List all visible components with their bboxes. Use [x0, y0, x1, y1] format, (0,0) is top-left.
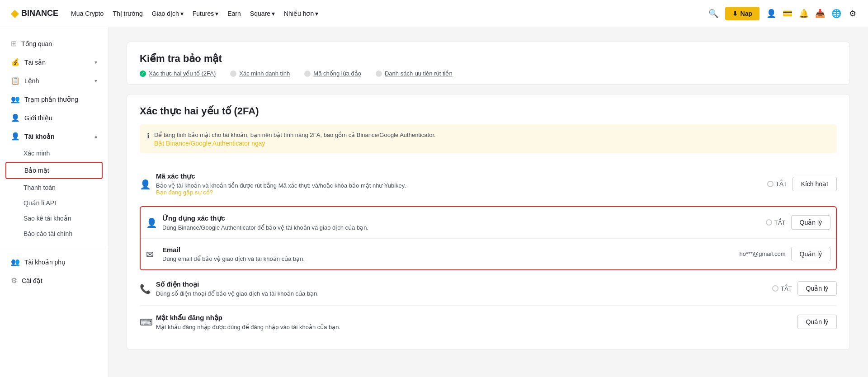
download-icon[interactable]: 📥 [816, 9, 825, 18]
twofa-section: Xác thực hai yếu tố (2FA) ℹ Để tăng tính… [127, 94, 849, 349]
matkhau-content: Mật khẩu đăng nhập Mật khẩu đăng nhập đư… [156, 314, 797, 330]
ma-xac-thuc-title: Mã xác thực [156, 172, 767, 180]
sidebar-item-tong-quan[interactable]: ⊞ Tổng quan [0, 34, 108, 53]
sub-account-icon: 👥 [11, 258, 20, 266]
ung-dung-icon: 👤 [146, 217, 157, 228]
auth-row-matkhau: ⌨ Mật khẩu đăng nhập Mật khẩu đăng nhập … [140, 306, 837, 339]
sidebar-sub-bao-cao[interactable]: Báo cáo tài chính [0, 226, 108, 241]
ung-dung-status: TẮT Quản lý [766, 215, 830, 230]
sdt-status-label: TẮT [772, 285, 792, 292]
security-check-tabs: ✓ Xác thực hai yếu tố (2FA) Xác minh dan… [127, 70, 849, 85]
sidebar-item-tai-khoan[interactable]: 👤 Tài khoản [0, 127, 108, 146]
ma-xac-thuc-link[interactable]: Bạn đang gặp sự cố? [156, 189, 213, 196]
auth-row-email: ✉ Email Dùng email để bảo vệ giao dịch v… [141, 238, 836, 269]
user-icon[interactable]: 👤 [767, 9, 776, 18]
sidebar-item-lenh[interactable]: 📋 Lệnh [0, 71, 108, 90]
twofa-title: Xác thực hai yếu tố (2FA) [140, 105, 837, 117]
lenh-chevron-icon [94, 78, 97, 84]
rewards-icon: 👥 [11, 95, 20, 104]
sidebar-sub-bao-mat-box: Bảo mật [5, 162, 103, 179]
nap-button[interactable]: ⬇ Nap [725, 7, 760, 20]
layout: ⊞ Tổng quan 💰 Tài sản 📋 Lệnh 👥 Trạm phần… [0, 27, 868, 377]
ma-xac-thuc-icon: 👤 [140, 179, 151, 190]
sidebar-sub-thanh-toan[interactable]: Thanh toán [0, 180, 108, 195]
wallet-icon[interactable]: 💳 [783, 9, 792, 18]
info-banner: ℹ Để tăng tính bảo mật cho tài khoản, bạ… [140, 124, 837, 153]
matkhau-manage-btn[interactable]: Quản lý [797, 315, 837, 329]
sidebar-item-tai-san[interactable]: 💰 Tài sản [0, 53, 108, 71]
topnav: ◆ BINANCE Mua Crypto Thị trường Giao dịc… [0, 0, 868, 27]
sdt-icon-wrap: 📞 [140, 283, 156, 294]
globe-icon[interactable]: 🌐 [832, 9, 841, 18]
main-content: Kiểm tra bảo mật ✓ Xác thực hai yếu tố (… [108, 27, 868, 377]
nav-earn[interactable]: Earn [227, 10, 241, 17]
keyboard-icon: ⌨ [140, 317, 153, 328]
sidebar-item-gioi-thieu[interactable]: 👤 Giới thiệu [0, 108, 108, 127]
assets-icon: 💰 [11, 58, 20, 66]
email-manage-btn[interactable]: Quản lý [791, 247, 830, 261]
orders-icon: 📋 [11, 76, 20, 85]
sidebar-item-cai-dat[interactable]: ⚙ Cài đặt [0, 271, 108, 290]
sidebar-sub-quan-li-api[interactable]: Quản lí API [0, 195, 108, 211]
settings-icon[interactable]: ⚙ [848, 9, 857, 18]
ung-dung-manage-btn[interactable]: Quản lý [791, 215, 830, 230]
nav-futures[interactable]: Futures [193, 10, 218, 17]
tab-2fa-dot: ✓ [140, 71, 146, 77]
nav-mua-crypto[interactable]: Mua Crypto [71, 10, 104, 17]
sidebar-sub-xac-minh[interactable]: Xác minh [0, 146, 108, 161]
ma-xac-thuc-activate-btn[interactable]: Kích hoạt [793, 177, 837, 191]
tab-danh-sach-dot [376, 71, 382, 77]
matkhau-title: Mật khẩu đăng nhập [156, 314, 797, 322]
ma-xac-thuc-desc: Bảo vệ tài khoản và khoản tiền được rút … [156, 182, 767, 196]
logo[interactable]: ◆ BINANCE [11, 8, 58, 19]
nav-giao-dich[interactable]: Giao dịch [152, 10, 184, 17]
email-icon-wrap: ✉ [146, 248, 162, 260]
referral-icon: 👤 [11, 113, 20, 122]
sidebar-item-tai-khoan-phu[interactable]: 👥 Tài khoản phụ [0, 253, 108, 271]
ma-xac-thuc-content: Mã xác thực Bảo vệ tài khoản và khoản ti… [156, 172, 767, 196]
search-icon[interactable]: 🔍 [709, 9, 718, 18]
logo-text: BINANCE [21, 9, 58, 18]
auth-row-sdt: 📞 Số điện thoại Dùng số điện thoại để bả… [140, 272, 837, 306]
sdt-content: Số điện thoại Dùng số điện thoại để bảo … [156, 280, 772, 297]
security-check-card: Kiểm tra bảo mật ✓ Xác thực hai yếu tố (… [127, 42, 850, 85]
ma-xac-thuc-icon-wrap: 👤 [140, 178, 156, 190]
matkhau-status: Quản lý [797, 315, 837, 329]
nap-icon: ⬇ [732, 10, 738, 17]
sdt-desc: Dùng số điện thoại để bảo vệ giao dịch v… [156, 290, 772, 297]
nav-links: Mua Crypto Thị trường Giao dịch Futures … [71, 10, 696, 17]
matkhau-desc: Mật khẩu đăng nhập được dùng để đăng nhậ… [156, 324, 797, 330]
sidebar-item-tram-phan-thuong[interactable]: 👥 Trạm phần thưởng [0, 90, 108, 108]
tab-danh-sach[interactable]: Danh sách ưu tiên rút tiền [376, 70, 467, 77]
ma-xac-thuc-status: TẮT Kích hoạt [767, 177, 837, 191]
nav-thi-truong[interactable]: Thị trường [113, 10, 142, 17]
settings-sidebar-icon: ⚙ [11, 276, 17, 285]
auth-row-ung-dung: 👤 Ứng dụng xác thực Dùng Binance/Google … [141, 207, 836, 238]
banner-content: Để tăng tính bảo mật cho tài khoản, bạn … [154, 131, 436, 147]
email-status: ho***@gmail.com Quản lý [739, 247, 830, 261]
security-check-title: Kiểm tra bảo mật [127, 42, 849, 70]
info-icon: ℹ [147, 132, 150, 140]
banner-link[interactable]: Bật Binance/Google Authenticator ngay [154, 140, 265, 147]
ung-dung-content: Ứng dụng xác thực Dùng Binance/Google Au… [162, 214, 766, 231]
phone-icon: 📞 [140, 283, 151, 294]
email-content: Email Dùng email để bảo vệ giao dịch và … [162, 246, 739, 262]
nav-nhieu-hon[interactable]: Nhiều hơn [284, 10, 318, 17]
tai-khoan-chevron-icon [94, 133, 97, 140]
account-icon: 👤 [11, 132, 20, 141]
tab-ma-chong-lua[interactable]: Mã chống lừa đảo [304, 70, 376, 77]
tai-san-chevron-icon [94, 59, 97, 66]
sdt-circle-icon [772, 285, 778, 292]
nav-square[interactable]: Square [250, 10, 275, 17]
tab-2fa[interactable]: ✓ Xác thực hai yếu tố (2FA) [140, 70, 230, 77]
sidebar-sub-bao-mat[interactable]: Bảo mật [6, 163, 102, 178]
ma-xac-thuc-status-label: TẮT [767, 180, 787, 187]
ung-dung-desc: Dùng Binance/Google Authenticator để bảo… [162, 224, 766, 231]
email-icon: ✉ [146, 249, 154, 260]
auth-row-ma-xac-thuc: 👤 Mã xác thực Bảo vệ tài khoản và khoản … [140, 164, 837, 204]
tab-xac-minh[interactable]: Xác minh danh tính [230, 70, 304, 77]
ung-dung-title: Ứng dụng xác thực [162, 214, 766, 222]
bell-icon[interactable]: 🔔 [799, 9, 808, 18]
sdt-manage-btn[interactable]: Quản lý [797, 281, 837, 296]
sidebar-sub-sao-ke[interactable]: Sao kê tài khoản [0, 211, 108, 226]
